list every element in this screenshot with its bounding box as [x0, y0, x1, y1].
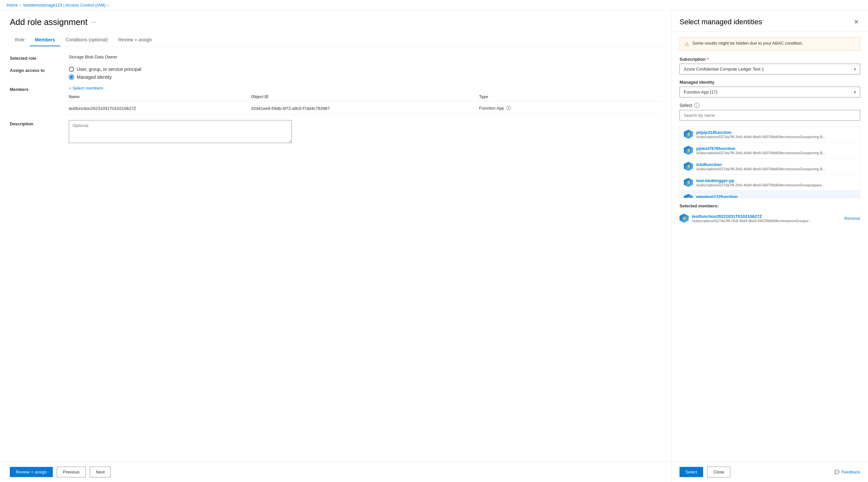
row-name: testfunction20231031T010210627Z [69, 106, 251, 111]
previous-button[interactable]: Previous [57, 466, 86, 477]
col-header-objectid: Object ID [251, 94, 479, 99]
select-field: Select i [680, 103, 860, 121]
managed-identity-dropdown-arrow: ▾ [854, 90, 856, 94]
radio-label-managed-identity: Managed identity [77, 75, 112, 80]
selected-role-label: Selected role [10, 54, 62, 61]
right-panel-title: Select managed identities [680, 18, 762, 26]
list-item[interactable]: ⚡ piipip314function /subscriptions/027da… [680, 126, 860, 142]
assign-access-row: Assign access to User, group, or service… [10, 66, 661, 80]
function-app-icon-2: ⚡ [684, 146, 693, 155]
identity-path-1: /subscriptions/027da7f8-2fc6-46d4-9be9-5… [696, 135, 856, 139]
feedback-button[interactable]: 💬 Feedback [834, 470, 860, 475]
warning-banner: ⚠ Some results might be hidden due to yo… [680, 37, 860, 51]
search-input[interactable] [680, 110, 860, 121]
right-panel-header: Select managed identities ✕ [672, 10, 868, 32]
selected-member-item: ⚡ testfunction20231031T010210627Z /subsc… [680, 211, 860, 225]
select-button[interactable]: Select [680, 467, 703, 477]
tab-bar: Role Members Conditions (optional) Revie… [10, 34, 661, 47]
remove-link[interactable]: Remove [844, 216, 860, 221]
type-info-icon[interactable]: ⓘ [506, 106, 511, 111]
identity-path-4: /subscriptions/027da7f8-2fc6-46d4-9be9-5… [696, 183, 856, 187]
breadcrumb: Home › testdemostorage123 | Access Contr… [0, 0, 868, 10]
identity-info-2: pptest7676function /subscriptions/027da7… [696, 146, 856, 155]
assign-access-radio-group: User, group, or service principal Manage… [69, 66, 141, 80]
identity-path-2: /subscriptions/027da7f8-2fc6-46d4-9be9-5… [696, 151, 856, 155]
assign-access-label: Assign access to [10, 66, 62, 73]
subscription-field: Subscription * Azure Confidential Comput… [680, 57, 860, 75]
col-header-type: Type [479, 94, 661, 99]
select-members-link[interactable]: + Select members [69, 86, 661, 90]
select-field-label: Select [680, 103, 692, 108]
right-bottom-bar: Select Close 💬 Feedback [672, 462, 868, 482]
breadcrumb-home[interactable]: Home [6, 3, 18, 7]
function-app-icon-5: ⚡ [684, 194, 693, 198]
members-table-header: Name Object ID Type [69, 94, 661, 102]
radio-label-user-group: User, group, or service principal [77, 66, 141, 72]
page-title-row: Add role assignment ··· [10, 17, 661, 27]
subscription-label: Subscription * [680, 57, 860, 62]
subscription-dropdown[interactable]: Azure Confidential Compute Ledger Test 1… [680, 64, 860, 75]
identity-path-3: /subscriptions/027da7f8-2fc6-46d4-9be9-5… [696, 167, 856, 171]
members-table: Name Object ID Type testfunction20231031… [69, 94, 661, 114]
identity-info-1: piipip314function /subscriptions/027da7f… [696, 130, 856, 139]
left-bottom-bar: Review + assign Previous Next [0, 462, 671, 482]
radio-circle-user-group [69, 66, 74, 72]
selected-members-label: Selected members: [680, 203, 860, 208]
managed-identity-dropdown[interactable]: Function App (17) ▾ [680, 87, 860, 97]
right-panel-content: ⚠ Some results might be hidden due to yo… [672, 32, 868, 462]
required-star: * [707, 57, 708, 62]
next-button[interactable]: Next [90, 466, 111, 477]
feedback-icon: 💬 [834, 470, 839, 475]
close-panel-button[interactable]: Close [707, 466, 730, 477]
table-row: testfunction20231031T010210627Z 02441ee9… [69, 103, 661, 114]
warning-icon: ⚠ [684, 41, 689, 47]
breadcrumb-storage[interactable]: testdemostorage123 | Access Control (IAM… [23, 3, 105, 7]
identity-name-2: pptest7676function [696, 146, 856, 151]
selected-role-value: Storage Blob Data Owner [69, 54, 661, 59]
tab-conditions[interactable]: Conditions (optional) [60, 34, 113, 46]
more-options-icon[interactable]: ··· [91, 19, 96, 26]
selected-member-name: testfunction20231031T010210627Z [692, 214, 841, 219]
identity-name-5: wwwtest132function [696, 194, 856, 199]
select-info-icon[interactable]: i [694, 103, 700, 108]
select-label-row: Select i [680, 103, 860, 108]
function-app-icon-4: ⚡ [684, 178, 693, 187]
identity-info-3: tcb4function /subscriptions/027da7f8-2fc… [696, 162, 856, 171]
function-app-icon-3: ⚡ [684, 162, 693, 171]
members-label: Members [10, 86, 62, 92]
selected-role-row: Selected role Storage Blob Data Owner [10, 54, 661, 61]
identity-name-3: tcb4function [696, 162, 856, 167]
close-button[interactable]: ✕ [852, 17, 860, 27]
tab-members[interactable]: Members [30, 34, 60, 46]
identity-name-4: test-blobtrigger-pp [696, 178, 856, 183]
description-row: Description [10, 120, 661, 144]
members-content: + Select members Name Object ID Type tes… [69, 86, 661, 114]
list-item[interactable]: ⚡ wwwtest132function /subscriptions/027d… [680, 191, 860, 198]
breadcrumb-sep-2: › [107, 3, 109, 7]
warning-text: Some results might be hidden due to your… [692, 41, 803, 46]
radio-user-group[interactable]: User, group, or service principal [69, 66, 141, 72]
breadcrumb-sep-1: › [20, 3, 21, 7]
radio-managed-identity[interactable]: Managed identity [69, 75, 141, 80]
tab-review-assign[interactable]: Review + assign [113, 34, 157, 46]
list-item[interactable]: ⚡ pptest7676function /subscriptions/027d… [680, 142, 860, 159]
description-label: Description [10, 120, 62, 126]
description-textarea[interactable] [69, 120, 292, 143]
page-title: Add role assignment [10, 17, 88, 27]
tab-role[interactable]: Role [10, 34, 30, 46]
identity-list: ⚡ piipip314function /subscriptions/027da… [680, 126, 860, 198]
managed-identity-label: Managed identity [680, 80, 860, 85]
radio-circle-managed-identity [69, 75, 74, 80]
managed-identity-field: Managed identity Function App (17) ▾ [680, 80, 860, 97]
left-panel: Add role assignment ··· Role Members Con… [0, 10, 671, 482]
members-row: Members + Select members Name Object ID … [10, 86, 661, 114]
col-header-name: Name [69, 94, 251, 99]
identity-name-1: piipip314function [696, 130, 856, 135]
selected-member-info: testfunction20231031T010210627Z /subscri… [692, 214, 841, 223]
right-panel: Select managed identities ✕ ⚠ Some resul… [671, 10, 868, 482]
list-item[interactable]: ⚡ test-blobtrigger-pp /subscriptions/027… [680, 175, 860, 191]
review-assign-button[interactable]: Review + assign [10, 467, 53, 477]
list-item[interactable]: ⚡ tcb4function /subscriptions/027da7f8-2… [680, 159, 860, 175]
selected-member-icon: ⚡ [680, 214, 689, 223]
selected-members-section: Selected members: ⚡ testfunction20231031… [680, 203, 860, 225]
